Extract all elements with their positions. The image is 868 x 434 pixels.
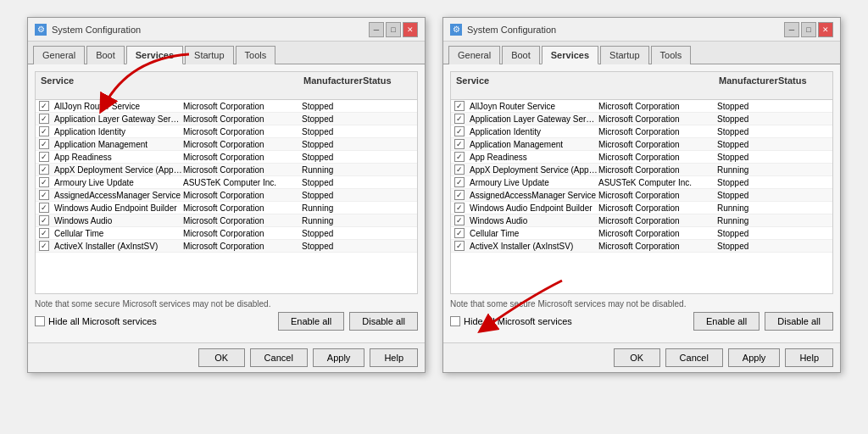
right-apply-button[interactable]: Apply [728, 348, 781, 367]
table-row[interactable]: Windows Audio Microsoft Corporation Runn… [451, 214, 832, 227]
left-ok-button[interactable]: OK [198, 348, 245, 367]
table-row[interactable]: Armoury Live Update ASUSTeK Computer Inc… [36, 176, 417, 189]
table-row[interactable]: AssignedAccessManager Service Microsoft … [451, 189, 832, 202]
left-apply-button[interactable]: Apply [313, 348, 365, 367]
row-checkbox[interactable] [39, 190, 49, 200]
row-status: Running [717, 165, 776, 175]
row-checkbox[interactable] [454, 114, 465, 124]
row-checkbox[interactable] [454, 164, 465, 175]
left-col-service: Service [39, 74, 302, 97]
right-tab-tools[interactable]: Tools [651, 46, 692, 64]
left-tab-boot[interactable]: Boot [86, 46, 125, 64]
row-checkbox[interactable] [454, 215, 465, 225]
right-close-button[interactable]: ✕ [818, 22, 833, 37]
table-row[interactable]: Application Layer Gateway Service Micros… [451, 113, 832, 125]
row-status: Running [717, 216, 776, 225]
left-note: Note that some secure Microsoft services… [35, 299, 418, 309]
table-row[interactable]: AllJoyn Router Service Microsoft Corpora… [451, 100, 832, 113]
row-checkbox[interactable] [454, 241, 465, 251]
row-checkbox[interactable] [454, 139, 465, 149]
table-row[interactable]: Application Management Microsoft Corpora… [36, 138, 417, 151]
row-checkbox[interactable] [39, 164, 49, 175]
table-row[interactable]: ActiveX Installer (AxInstSV) Microsoft C… [451, 240, 832, 253]
table-row[interactable]: AppX Deployment Service (AppX... Microso… [451, 164, 832, 176]
row-checkbox[interactable] [39, 203, 49, 213]
row-checkbox[interactable] [454, 203, 465, 213]
left-cancel-button[interactable]: Cancel [250, 348, 308, 367]
row-checkbox[interactable] [454, 177, 465, 187]
row-checkbox[interactable] [454, 152, 465, 162]
table-row[interactable]: Application Layer Gateway Service Micros… [36, 113, 417, 125]
left-tab-tools[interactable]: Tools [236, 46, 276, 64]
right-tab-startup[interactable]: Startup [600, 46, 648, 64]
right-btn-group: Enable all Disable all [693, 312, 833, 331]
row-manufacturer: Microsoft Corporation [598, 114, 717, 124]
right-tab-services[interactable]: Services [542, 46, 598, 64]
left-dialog: ⚙ System Configuration ─ □ ✕ General Boo… [27, 17, 426, 373]
left-services-table: Service Manufacturer Status Date Disable… [35, 71, 418, 294]
left-tab-startup[interactable]: Startup [185, 46, 233, 64]
row-checkbox[interactable] [39, 126, 49, 136]
left-tab-services[interactable]: Services [126, 46, 183, 64]
table-row[interactable]: Windows Audio Endpoint Builder Microsoft… [451, 202, 832, 214]
left-tabs: General Boot Services Startup Tools [28, 42, 425, 64]
row-checkbox[interactable] [39, 177, 49, 187]
table-row[interactable]: Cellular Time Microsoft Corporation Stop… [36, 227, 417, 240]
row-checkbox[interactable] [454, 190, 465, 200]
table-row[interactable]: Application Management Microsoft Corpora… [451, 138, 832, 151]
left-disable-all-button[interactable]: Disable all [349, 312, 418, 331]
table-row[interactable]: Windows Audio Endpoint Builder Microsoft… [36, 202, 417, 214]
table-row[interactable]: AppX Deployment Service (AppX... Microso… [36, 164, 417, 176]
row-manufacturer: Microsoft Corporation [183, 140, 302, 149]
right-tab-boot[interactable]: Boot [502, 46, 540, 64]
table-row[interactable]: App Readiness Microsoft Corporation Stop… [36, 151, 417, 164]
left-close-button[interactable]: ✕ [403, 22, 418, 37]
table-row[interactable]: Application Identity Microsoft Corporati… [36, 125, 417, 138]
row-checkbox[interactable] [39, 228, 49, 238]
left-tab-general[interactable]: General [33, 46, 85, 64]
row-status: Stopped [302, 191, 361, 200]
row-manufacturer: Microsoft Corporation [183, 191, 302, 200]
left-enable-all-button[interactable]: Enable all [278, 312, 344, 331]
row-manufacturer: Microsoft Corporation [183, 102, 302, 111]
table-row[interactable]: Application Identity Microsoft Corporati… [451, 125, 832, 138]
row-checkbox[interactable] [39, 152, 49, 162]
row-checkbox[interactable] [39, 114, 49, 124]
row-checkbox[interactable] [454, 126, 465, 136]
table-row[interactable]: App Readiness Microsoft Corporation Stop… [451, 151, 832, 164]
right-cancel-button[interactable]: Cancel [665, 348, 723, 367]
table-row[interactable]: Cellular Time Microsoft Corporation Stop… [451, 227, 832, 240]
row-checkbox[interactable] [39, 215, 49, 225]
right-minimize-button[interactable]: ─ [784, 22, 799, 37]
row-checkbox[interactable] [39, 241, 49, 251]
row-manufacturer: Microsoft Corporation [598, 102, 717, 111]
row-service-name: ActiveX Installer (AxInstSV) [54, 242, 183, 251]
left-hide-ms-checkbox[interactable] [35, 316, 45, 326]
left-minimize-button[interactable]: ─ [369, 22, 384, 37]
row-service-name: Application Management [470, 140, 598, 149]
row-status: Stopped [717, 140, 776, 149]
right-tab-general[interactable]: General [448, 46, 500, 64]
right-enable-all-button[interactable]: Enable all [693, 312, 760, 331]
row-checkbox[interactable] [39, 139, 49, 149]
right-disable-all-button[interactable]: Disable all [765, 312, 833, 331]
left-maximize-button[interactable]: □ [386, 22, 401, 37]
row-manufacturer: Microsoft Corporation [183, 114, 302, 124]
row-service-name: Application Layer Gateway Service [470, 114, 598, 124]
table-row[interactable]: AssignedAccessManager Service Microsoft … [36, 189, 417, 202]
row-checkbox[interactable] [39, 101, 49, 111]
row-status: Stopped [717, 127, 776, 136]
right-title-bar: ⚙ System Configuration ─ □ ✕ [443, 18, 840, 42]
table-row[interactable]: Armoury Live Update ASUSTeK Computer Inc… [451, 176, 832, 189]
right-help-button[interactable]: Help [785, 348, 833, 367]
table-row[interactable]: ActiveX Installer (AxInstSV) Microsoft C… [36, 240, 417, 253]
right-ok-button[interactable]: OK [614, 348, 660, 367]
table-row[interactable]: AllJoyn Router Service Microsoft Corpora… [36, 100, 417, 113]
left-help-button[interactable]: Help [370, 348, 418, 367]
right-maximize-button[interactable]: □ [801, 22, 816, 37]
row-manufacturer: Microsoft Corporation [183, 127, 302, 136]
table-row[interactable]: Windows Audio Microsoft Corporation Runn… [36, 214, 417, 227]
right-hide-ms-checkbox[interactable] [450, 316, 460, 326]
row-checkbox[interactable] [454, 228, 465, 238]
row-checkbox[interactable] [454, 101, 465, 111]
